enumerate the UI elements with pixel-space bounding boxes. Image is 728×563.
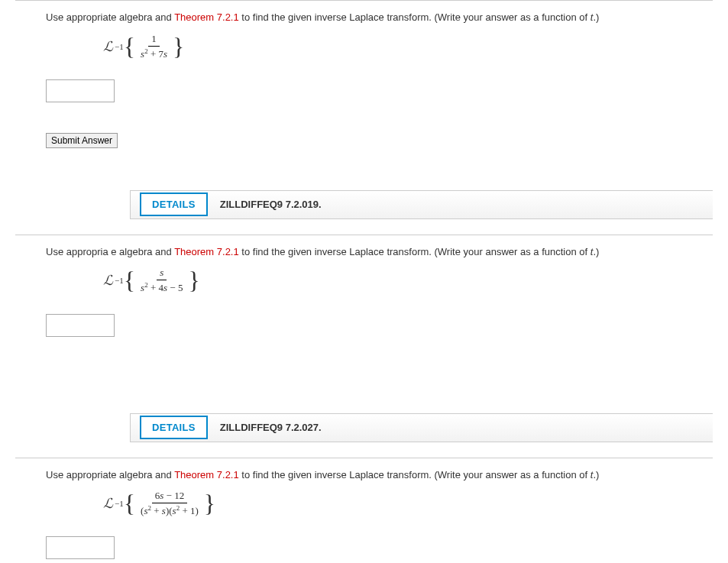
theorem-link[interactable]: Theorem 7.2.1 — [174, 469, 239, 480]
submit-button[interactable]: Submit Answer — [46, 133, 118, 148]
question-1-prompt: Use appropriate algebra and Theorem 7.2.… — [46, 10, 713, 25]
laplace-symbol: ℒ — [103, 38, 113, 55]
answer-input[interactable] — [46, 79, 115, 102]
exponent: −1 — [115, 42, 124, 51]
answer-input[interactable] — [46, 536, 115, 559]
fraction: 1 s2 + 7s — [138, 33, 170, 60]
denominator: (s2 + s)(s2 + 1) — [138, 503, 202, 517]
details-button[interactable]: DETAILS — [140, 193, 208, 216]
right-brace: } — [173, 34, 184, 59]
numerator: 1 — [148, 33, 160, 47]
denominator: s2 + 7s — [138, 47, 170, 60]
left-brace: { — [124, 268, 135, 293]
prompt-text: Use appropria e algebra and — [46, 246, 174, 257]
question-header-2: DETAILS ZILLDIFFEQ9 7.2.027. — [130, 413, 713, 442]
laplace-symbol: ℒ — [103, 272, 113, 289]
question-code: ZILLDIFFEQ9 7.2.027. — [220, 422, 322, 433]
submit-row: Submit Answer — [46, 133, 713, 156]
answer-input[interactable] — [46, 314, 115, 337]
prompt-text: Use appropriate algebra and — [46, 469, 174, 480]
question-header-1: DETAILS ZILLDIFFEQ9 7.2.019. — [130, 190, 713, 219]
question-3-prompt: Use appropriate algebra and Theorem 7.2.… — [46, 468, 713, 483]
question-3: Use appropriate algebra and Theorem 7.2.… — [15, 458, 713, 563]
right-brace: } — [204, 491, 215, 516]
prompt-text: to find the given inverse Laplace transf… — [239, 246, 590, 257]
denominator: s2 + 4s − 5 — [138, 280, 186, 294]
laplace-symbol: ℒ — [103, 495, 113, 512]
prompt-text: Use appropriate algebra and — [46, 11, 174, 23]
prompt-text: to find the given inverse Laplace transf… — [239, 11, 590, 23]
left-brace: { — [124, 491, 135, 516]
numerator: s — [157, 267, 167, 280]
formula-expression: ℒ−1 { s s2 + 4s − 5 } — [103, 267, 713, 294]
prompt-text: to find the given inverse Laplace transf… — [239, 469, 590, 480]
question-2-prompt: Use appropria e algebra and Theorem 7.2.… — [46, 244, 713, 260]
numerator: 6s − 12 — [152, 490, 187, 503]
theorem-link[interactable]: Theorem 7.2.1 — [174, 11, 239, 23]
details-button[interactable]: DETAILS — [140, 416, 208, 439]
prompt-text: .) — [593, 246, 599, 257]
fraction: 6s − 12 (s2 + s)(s2 + 1) — [138, 490, 202, 517]
formula-expression: ℒ−1 { 6s − 12 (s2 + s)(s2 + 1) } — [103, 490, 713, 517]
question-1: Use appropriate algebra and Theorem 7.2.… — [15, 0, 713, 171]
exponent: −1 — [115, 499, 124, 508]
question-code: ZILLDIFFEQ9 7.2.019. — [220, 199, 322, 210]
exponent: −1 — [115, 276, 124, 285]
question-2: Use appropria e algebra and Theorem 7.2.… — [15, 235, 713, 352]
prompt-text: .) — [593, 469, 599, 480]
fraction: s s2 + 4s − 5 — [138, 267, 186, 294]
left-brace: { — [124, 34, 135, 59]
prompt-text: .) — [593, 11, 599, 23]
theorem-link[interactable]: Theorem 7.2.1 — [174, 246, 239, 257]
formula-expression: ℒ−1 { 1 s2 + 7s } — [103, 33, 713, 60]
right-brace: } — [188, 268, 199, 293]
